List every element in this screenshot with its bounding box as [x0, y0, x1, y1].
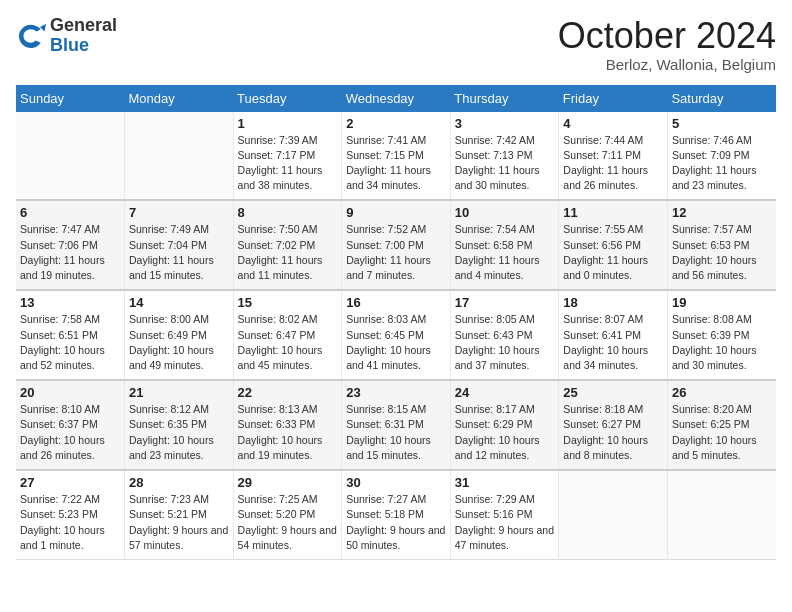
day-number: 24	[455, 385, 555, 400]
month-title: October 2024	[558, 16, 776, 56]
calendar-cell	[16, 112, 125, 201]
day-number: 18	[563, 295, 663, 310]
day-number: 12	[672, 205, 772, 220]
day-number: 13	[20, 295, 120, 310]
day-number: 6	[20, 205, 120, 220]
calendar-cell: 30Sunrise: 7:27 AMSunset: 5:18 PMDayligh…	[342, 470, 451, 559]
page-header: General Blue October 2024 Berloz, Wallon…	[16, 16, 776, 73]
day-number: 25	[563, 385, 663, 400]
calendar-cell	[559, 470, 668, 559]
weekday-header-friday: Friday	[559, 85, 668, 112]
calendar-cell: 22Sunrise: 8:13 AMSunset: 6:33 PMDayligh…	[233, 380, 342, 470]
day-info: Sunrise: 8:15 AMSunset: 6:31 PMDaylight:…	[346, 402, 446, 463]
calendar-cell: 12Sunrise: 7:57 AMSunset: 6:53 PMDayligh…	[667, 200, 776, 290]
day-number: 10	[455, 205, 555, 220]
day-number: 5	[672, 116, 772, 131]
day-number: 19	[672, 295, 772, 310]
calendar-cell: 9Sunrise: 7:52 AMSunset: 7:00 PMDaylight…	[342, 200, 451, 290]
day-number: 9	[346, 205, 446, 220]
calendar-cell: 8Sunrise: 7:50 AMSunset: 7:02 PMDaylight…	[233, 200, 342, 290]
logo: General Blue	[16, 16, 117, 56]
day-info: Sunrise: 7:39 AMSunset: 7:17 PMDaylight:…	[238, 133, 338, 194]
day-info: Sunrise: 8:03 AMSunset: 6:45 PMDaylight:…	[346, 312, 446, 373]
day-info: Sunrise: 7:46 AMSunset: 7:09 PMDaylight:…	[672, 133, 772, 194]
calendar-cell: 13Sunrise: 7:58 AMSunset: 6:51 PMDayligh…	[16, 290, 125, 380]
day-number: 17	[455, 295, 555, 310]
calendar-cell	[667, 470, 776, 559]
calendar-cell: 27Sunrise: 7:22 AMSunset: 5:23 PMDayligh…	[16, 470, 125, 559]
day-info: Sunrise: 7:27 AMSunset: 5:18 PMDaylight:…	[346, 492, 446, 553]
day-number: 28	[129, 475, 229, 490]
weekday-header-saturday: Saturday	[667, 85, 776, 112]
weekday-header-tuesday: Tuesday	[233, 85, 342, 112]
calendar-cell: 24Sunrise: 8:17 AMSunset: 6:29 PMDayligh…	[450, 380, 559, 470]
logo-blue-text: Blue	[50, 35, 89, 55]
day-info: Sunrise: 7:23 AMSunset: 5:21 PMDaylight:…	[129, 492, 229, 553]
day-number: 16	[346, 295, 446, 310]
calendar-cell: 16Sunrise: 8:03 AMSunset: 6:45 PMDayligh…	[342, 290, 451, 380]
weekday-header-thursday: Thursday	[450, 85, 559, 112]
day-number: 30	[346, 475, 446, 490]
day-number: 29	[238, 475, 338, 490]
calendar-cell: 29Sunrise: 7:25 AMSunset: 5:20 PMDayligh…	[233, 470, 342, 559]
calendar-cell: 11Sunrise: 7:55 AMSunset: 6:56 PMDayligh…	[559, 200, 668, 290]
calendar-cell: 14Sunrise: 8:00 AMSunset: 6:49 PMDayligh…	[125, 290, 234, 380]
day-number: 4	[563, 116, 663, 131]
calendar-cell: 4Sunrise: 7:44 AMSunset: 7:11 PMDaylight…	[559, 112, 668, 201]
title-block: October 2024 Berloz, Wallonia, Belgium	[558, 16, 776, 73]
calendar-cell: 10Sunrise: 7:54 AMSunset: 6:58 PMDayligh…	[450, 200, 559, 290]
calendar-cell: 31Sunrise: 7:29 AMSunset: 5:16 PMDayligh…	[450, 470, 559, 559]
day-number: 15	[238, 295, 338, 310]
day-info: Sunrise: 8:07 AMSunset: 6:41 PMDaylight:…	[563, 312, 663, 373]
day-info: Sunrise: 7:41 AMSunset: 7:15 PMDaylight:…	[346, 133, 446, 194]
calendar-cell: 17Sunrise: 8:05 AMSunset: 6:43 PMDayligh…	[450, 290, 559, 380]
day-number: 23	[346, 385, 446, 400]
weekday-header-monday: Monday	[125, 85, 234, 112]
day-info: Sunrise: 7:44 AMSunset: 7:11 PMDaylight:…	[563, 133, 663, 194]
weekday-header-row: SundayMondayTuesdayWednesdayThursdayFrid…	[16, 85, 776, 112]
calendar-week-row: 20Sunrise: 8:10 AMSunset: 6:37 PMDayligh…	[16, 380, 776, 470]
day-info: Sunrise: 8:13 AMSunset: 6:33 PMDaylight:…	[238, 402, 338, 463]
day-number: 3	[455, 116, 555, 131]
day-info: Sunrise: 8:18 AMSunset: 6:27 PMDaylight:…	[563, 402, 663, 463]
day-number: 27	[20, 475, 120, 490]
calendar-cell: 3Sunrise: 7:42 AMSunset: 7:13 PMDaylight…	[450, 112, 559, 201]
day-info: Sunrise: 7:25 AMSunset: 5:20 PMDaylight:…	[238, 492, 338, 553]
day-number: 20	[20, 385, 120, 400]
weekday-header-wednesday: Wednesday	[342, 85, 451, 112]
calendar-body: 1Sunrise: 7:39 AMSunset: 7:17 PMDaylight…	[16, 112, 776, 560]
calendar-cell: 18Sunrise: 8:07 AMSunset: 6:41 PMDayligh…	[559, 290, 668, 380]
day-info: Sunrise: 8:00 AMSunset: 6:49 PMDaylight:…	[129, 312, 229, 373]
day-info: Sunrise: 7:54 AMSunset: 6:58 PMDaylight:…	[455, 222, 555, 283]
day-info: Sunrise: 7:47 AMSunset: 7:06 PMDaylight:…	[20, 222, 120, 283]
logo-general-text: General	[50, 15, 117, 35]
day-number: 31	[455, 475, 555, 490]
calendar-cell: 15Sunrise: 8:02 AMSunset: 6:47 PMDayligh…	[233, 290, 342, 380]
calendar-cell: 5Sunrise: 7:46 AMSunset: 7:09 PMDaylight…	[667, 112, 776, 201]
day-info: Sunrise: 8:12 AMSunset: 6:35 PMDaylight:…	[129, 402, 229, 463]
calendar-cell: 26Sunrise: 8:20 AMSunset: 6:25 PMDayligh…	[667, 380, 776, 470]
day-info: Sunrise: 7:50 AMSunset: 7:02 PMDaylight:…	[238, 222, 338, 283]
day-info: Sunrise: 7:42 AMSunset: 7:13 PMDaylight:…	[455, 133, 555, 194]
calendar-week-row: 13Sunrise: 7:58 AMSunset: 6:51 PMDayligh…	[16, 290, 776, 380]
day-number: 22	[238, 385, 338, 400]
calendar-cell: 1Sunrise: 7:39 AMSunset: 7:17 PMDaylight…	[233, 112, 342, 201]
day-info: Sunrise: 7:22 AMSunset: 5:23 PMDaylight:…	[20, 492, 120, 553]
day-number: 26	[672, 385, 772, 400]
calendar-cell: 2Sunrise: 7:41 AMSunset: 7:15 PMDaylight…	[342, 112, 451, 201]
day-info: Sunrise: 8:10 AMSunset: 6:37 PMDaylight:…	[20, 402, 120, 463]
calendar-week-row: 6Sunrise: 7:47 AMSunset: 7:06 PMDaylight…	[16, 200, 776, 290]
day-info: Sunrise: 8:02 AMSunset: 6:47 PMDaylight:…	[238, 312, 338, 373]
location-subtitle: Berloz, Wallonia, Belgium	[558, 56, 776, 73]
day-number: 21	[129, 385, 229, 400]
calendar-cell: 28Sunrise: 7:23 AMSunset: 5:21 PMDayligh…	[125, 470, 234, 559]
day-info: Sunrise: 7:58 AMSunset: 6:51 PMDaylight:…	[20, 312, 120, 373]
logo-icon	[16, 21, 46, 51]
day-info: Sunrise: 8:08 AMSunset: 6:39 PMDaylight:…	[672, 312, 772, 373]
calendar-cell: 19Sunrise: 8:08 AMSunset: 6:39 PMDayligh…	[667, 290, 776, 380]
day-info: Sunrise: 7:29 AMSunset: 5:16 PMDaylight:…	[455, 492, 555, 553]
day-info: Sunrise: 8:17 AMSunset: 6:29 PMDaylight:…	[455, 402, 555, 463]
day-info: Sunrise: 8:05 AMSunset: 6:43 PMDaylight:…	[455, 312, 555, 373]
calendar-cell: 23Sunrise: 8:15 AMSunset: 6:31 PMDayligh…	[342, 380, 451, 470]
day-number: 2	[346, 116, 446, 131]
